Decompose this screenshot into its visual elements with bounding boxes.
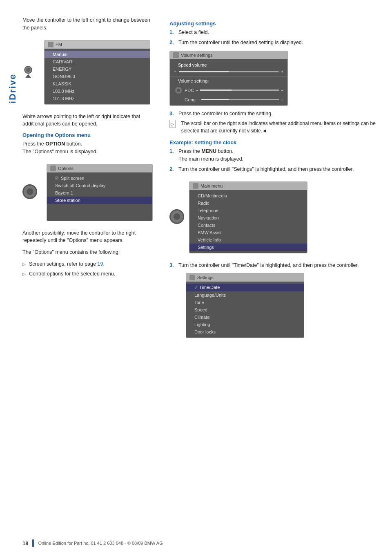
bullet-control-options: ▷ Control options for the selected menu.: [22, 270, 157, 278]
options-row-switchoff: Switch off Control display: [47, 182, 152, 189]
scroll-note-container: The scroll bar on the right side indicat…: [169, 120, 380, 134]
controller-body: [22, 184, 37, 199]
idrive-sidebar-label: iDrive: [7, 74, 18, 103]
adjust-step-2: 2. Turn the controller until the desired…: [169, 39, 380, 47]
settings-row-lighting: Lighting: [186, 321, 304, 328]
fm-row-carivari: CARIVARI: [45, 58, 150, 65]
settings-screen: Settings ✓Time/Date Language/Units Tone …: [186, 273, 304, 338]
fm-row-energy: ENERGY: [45, 65, 150, 73]
bullet-arrow-1: ▷: [22, 261, 26, 268]
menu-row-radio: Radio: [189, 199, 307, 207]
settings-row-tone: Tone: [186, 299, 304, 306]
main-menu-header-label: Main menu: [200, 184, 223, 188]
clock-step-num-2: 2.: [169, 166, 176, 173]
volume-screen-body: Speed volume − + Volume setting:: [170, 59, 287, 105]
gong-plus: +: [281, 97, 283, 102]
step-text-3: Press the controller to confirm the sett…: [178, 110, 380, 118]
options-step1: Press the OPTION button.The "Options" me…: [22, 140, 157, 156]
menu-bold: MENU: [201, 148, 216, 154]
volume-header-label: Volume settings: [181, 53, 213, 58]
intro-text: Move the controller to the left or right…: [22, 16, 157, 32]
option-bold: OPTION: [45, 141, 65, 147]
bullet-text-1: Screen settings, refer to page 19.: [29, 260, 105, 268]
pdc-label: PDC: [185, 88, 194, 93]
options-screen-body: ☑Split screen Switch off Control display…: [47, 172, 152, 221]
bullet-text-2: Control options for the selected menu.: [29, 270, 115, 278]
scroll-indicator-icon: [169, 120, 176, 128]
volume-screen-header: Volume settings: [170, 51, 287, 59]
pdc-controller: [174, 86, 183, 95]
fm-row-klassik: KLASSIK: [45, 80, 150, 87]
adjust-step-3: 3. Press the controller to confirm the s…: [169, 110, 380, 118]
settings-header-label: Settings: [197, 275, 214, 280]
gong-fill: [201, 99, 229, 100]
menu-row-cdmulti: CD/Multimedia: [189, 192, 307, 199]
main-menu-controller-body: [169, 209, 184, 224]
fm-icon: [48, 42, 53, 47]
white-arrows-text: White arrows pointing to the left or rig…: [22, 113, 157, 128]
settings-row-speed: Speed: [186, 306, 304, 313]
gong-row: Gong − +: [170, 96, 287, 103]
main-menu-icon: [193, 183, 198, 189]
options-icon: [50, 166, 56, 171]
menu-row-bmwassist: BMW Assist: [189, 229, 307, 236]
page-link-19[interactable]: 19: [97, 261, 103, 267]
pdc-plus: +: [281, 88, 283, 93]
main-menu-controller-inner: [174, 213, 180, 220]
step-text-1: Select a field.: [178, 29, 380, 36]
clock-step-text-1: Press the MENU button.The main menu is d…: [178, 148, 380, 163]
controller-down-arrow-icon: [22, 67, 34, 78]
clock-step-1: 1. Press the MENU button.The main menu i…: [169, 148, 380, 163]
options-screen: Options ☑Split screen Switch off Control…: [47, 164, 153, 221]
pdc-track: [200, 90, 279, 91]
menu-row-telephone: Telephone: [189, 207, 307, 214]
options-row-splitscreen: ☑Split screen: [47, 175, 152, 182]
pdc-row: PDC − +: [170, 85, 287, 96]
options-header-label: Options: [58, 166, 74, 171]
fm-screen: FM Manual CARIVARI ENERGY GONG96.3 KLASS…: [44, 40, 150, 105]
adjusting-settings-heading: Adjusting settings: [169, 20, 380, 27]
volume-icon: [173, 52, 179, 58]
svg-point-1: [26, 67, 31, 72]
options-row-empty2: [47, 211, 152, 219]
clock-step-text-3: Turn the controller until "Time/Date" is…: [178, 262, 380, 269]
volume-divider: [170, 76, 287, 76]
fm-row-gong: GONG96.3: [45, 73, 150, 80]
options-screen-container: Options ☑Split screen Switch off Control…: [22, 160, 157, 225]
checkmark-icon: ✓: [194, 285, 198, 290]
contains-text: The "Options" menu contains the followin…: [22, 248, 157, 256]
main-menu-body: CD/Multimedia Radio Telephone Navigation…: [189, 190, 307, 253]
footer-bar: [32, 539, 34, 547]
main-menu-screen-container: Main menu CD/Multimedia Radio Telephone …: [169, 177, 380, 257]
speed-volume-track: [179, 71, 278, 72]
settings-row-timedate: ✓Time/Date: [186, 284, 304, 291]
clock-step-text-2: Turn the controller until "Settings" is …: [178, 166, 380, 173]
menu-row-settings: Settings: [189, 244, 307, 251]
options-row-empty1: [47, 204, 152, 211]
controller-icon: [22, 184, 39, 201]
slider-minus: −: [174, 69, 176, 74]
settings-row-climate: Climate: [186, 313, 304, 321]
right-column: Adjusting settings 1. Select a field. 2.…: [169, 16, 380, 342]
footer-copyright: Online Edition for Part no. 01 41 2 603 …: [38, 541, 163, 546]
menu-row-navigation: Navigation: [189, 214, 307, 222]
speed-volume-fill: [179, 71, 229, 72]
step-num-2: 2.: [169, 39, 176, 47]
left-column: Move the controller to the left or right…: [22, 16, 157, 342]
pdc-fill: [200, 90, 232, 91]
clock-step-num-3: 3.: [169, 262, 176, 269]
menu-row-contacts: Contacts: [189, 222, 307, 229]
example-clock-heading: Example: setting the clock: [169, 139, 380, 145]
scroll-note-text: The scroll bar on the right side indicat…: [181, 120, 380, 134]
speed-volume-slider: − +: [170, 68, 287, 75]
main-menu-header: Main menu: [189, 182, 307, 190]
fm-screen-body: Manual CARIVARI ENERGY GONG96.3 KLASSIK …: [45, 49, 150, 104]
settings-icon: [189, 275, 195, 280]
controller-inner: [27, 188, 33, 195]
bullet-arrow-2: ▷: [22, 271, 26, 278]
another-possibility-text: Another possibility: move the controller…: [22, 229, 157, 245]
main-menu-controller-icon: [169, 209, 186, 226]
pdc-minus: −: [196, 88, 198, 93]
fm-screen-header: FM: [45, 40, 150, 49]
options-row-bayern: Bayern 1: [47, 189, 152, 197]
